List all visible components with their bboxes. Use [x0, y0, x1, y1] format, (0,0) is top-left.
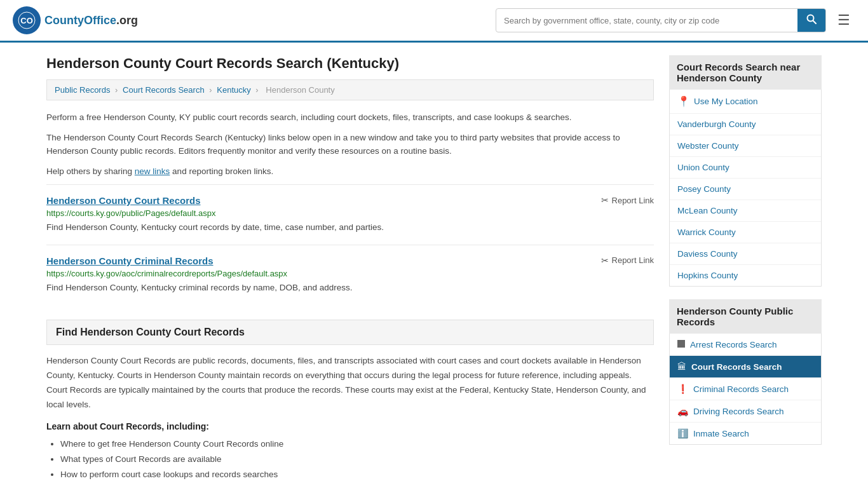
breadcrumb-current: Henderson County: [266, 85, 334, 95]
driving-records-link[interactable]: Driving Records Search: [693, 407, 784, 416]
logo-icon: CO: [13, 6, 41, 34]
pub-record-court[interactable]: 🏛 Court Records Search: [670, 356, 821, 378]
sidebar: Court Records Search near Henderson Coun…: [669, 55, 822, 483]
search-input[interactable]: [496, 11, 797, 30]
record-header-1: Henderson County Court Records ✂ Report …: [46, 195, 654, 206]
record-url-2[interactable]: https://courts.ky.gov/aoc/criminalrecord…: [46, 269, 654, 278]
record-item-2: Henderson County Criminal Records ✂ Repo…: [46, 245, 654, 304]
nearby-item-5[interactable]: McLean County: [670, 200, 821, 222]
breadcrumb-link-court-records[interactable]: Court Records Search: [123, 85, 205, 95]
logo-text: CountyOffice.org: [44, 14, 138, 27]
bullet-1: Where to get free Henderson County Court…: [60, 437, 654, 452]
record-url-1[interactable]: https://courts.ky.gov/public/Pages/defau…: [46, 208, 654, 218]
nearby-item-4[interactable]: Posey County: [670, 179, 821, 200]
svg-text:CO: CO: [20, 16, 33, 25]
content-area: Henderson County Court Records Search (K…: [46, 55, 654, 483]
learn-heading: Learn about Court Records, including:: [46, 421, 654, 431]
pub-record-criminal[interactable]: ❗ Criminal Records Search: [670, 378, 821, 400]
find-body-text: Henderson County Court Records are publi…: [46, 354, 654, 412]
nearby-item-3[interactable]: Union County: [670, 157, 821, 179]
public-records-box: Henderson County Public Records Arrest R…: [669, 299, 822, 445]
report-link-2[interactable]: ✂ Report Link: [601, 255, 654, 266]
page-title: Henderson County Court Records Search (K…: [46, 55, 654, 72]
record-title-1[interactable]: Henderson County Court Records: [46, 195, 201, 206]
nearby-item-2[interactable]: Webster County: [670, 135, 821, 157]
learn-bullets: Where to get free Henderson County Court…: [46, 437, 654, 483]
report-link-1[interactable]: ✂ Report Link: [601, 195, 654, 205]
description-3: Help others by sharing new links and rep…: [46, 165, 654, 179]
description-1: Perform a free Henderson County, KY publ…: [46, 111, 654, 125]
criminal-records-link[interactable]: Criminal Records Search: [693, 384, 789, 394]
report-icon-2: ✂: [601, 255, 609, 266]
driving-icon: 🚗: [677, 406, 688, 416]
report-icon-1: ✂: [601, 195, 609, 205]
site-header: CO CountyOffice.org ☰: [0, 0, 868, 43]
search-button[interactable]: [797, 9, 825, 32]
use-my-location-link[interactable]: Use My Location: [694, 97, 758, 106]
nearby-item-6[interactable]: Warrick County: [670, 222, 821, 243]
nearby-item-7[interactable]: Daviess County: [670, 243, 821, 265]
main-container: Henderson County Court Records Search (K…: [34, 43, 834, 488]
nearby-box: Court Records Search near Henderson Coun…: [669, 55, 822, 287]
record-item-1: Henderson County Court Records ✂ Report …: [46, 184, 654, 244]
nearby-list: 📍 Use My Location Vanderburgh County Web…: [669, 90, 822, 287]
inmate-icon: ℹ️: [677, 428, 688, 438]
arrest-records-link[interactable]: Arrest Records Search: [690, 340, 777, 349]
record-title-2[interactable]: Henderson County Criminal Records: [46, 255, 214, 266]
description-2: The Henderson County Court Records Searc…: [46, 131, 654, 158]
pub-record-arrest[interactable]: Arrest Records Search: [670, 334, 821, 356]
logo-area[interactable]: CO CountyOffice.org: [13, 6, 138, 34]
pub-record-driving[interactable]: 🚗 Driving Records Search: [670, 400, 821, 423]
inmate-search-link[interactable]: Inmate Search: [693, 429, 749, 438]
bullet-2: What types of Court Records are availabl…: [60, 452, 654, 467]
nearby-item-8[interactable]: Hopkins County: [670, 265, 821, 286]
criminal-icon: ❗: [677, 384, 688, 394]
svg-line-3: [813, 21, 817, 24]
record-desc-1: Find Henderson County, Kentucky court re…: [46, 221, 654, 234]
breadcrumb-link-kentucky[interactable]: Kentucky: [217, 85, 250, 95]
nearby-title: Court Records Search near Henderson Coun…: [669, 55, 822, 90]
nearby-item-1[interactable]: Vanderburgh County: [670, 114, 821, 135]
bullet-3: How to perform court case lookups and re…: [60, 467, 654, 482]
logo-tld: .org: [116, 14, 138, 27]
arrest-icon: [677, 339, 685, 349]
record-desc-2: Find Henderson County, Kentucky criminal…: [46, 281, 654, 294]
new-links-link[interactable]: new links: [135, 166, 170, 176]
use-my-location[interactable]: 📍 Use My Location: [670, 90, 821, 114]
public-records-title: Henderson County Public Records: [669, 299, 822, 334]
find-section-heading: Find Henderson County Court Records: [46, 320, 654, 345]
breadcrumb: Public Records › Court Records Search › …: [46, 79, 654, 100]
record-header-2: Henderson County Criminal Records ✂ Repo…: [46, 255, 654, 266]
pub-record-inmate[interactable]: ℹ️ Inmate Search: [670, 423, 821, 444]
court-records-link[interactable]: Court Records Search: [691, 362, 782, 372]
header-right: ☰: [496, 8, 855, 32]
logo-name: CountyOffice: [44, 14, 116, 27]
public-records-list: Arrest Records Search 🏛 Court Records Se…: [669, 334, 822, 445]
search-bar: [496, 8, 826, 32]
location-dot-icon: 📍: [677, 95, 690, 107]
menu-icon[interactable]: ☰: [832, 10, 855, 31]
breadcrumb-link-public-records[interactable]: Public Records: [55, 85, 110, 95]
court-icon: 🏛: [677, 362, 686, 372]
